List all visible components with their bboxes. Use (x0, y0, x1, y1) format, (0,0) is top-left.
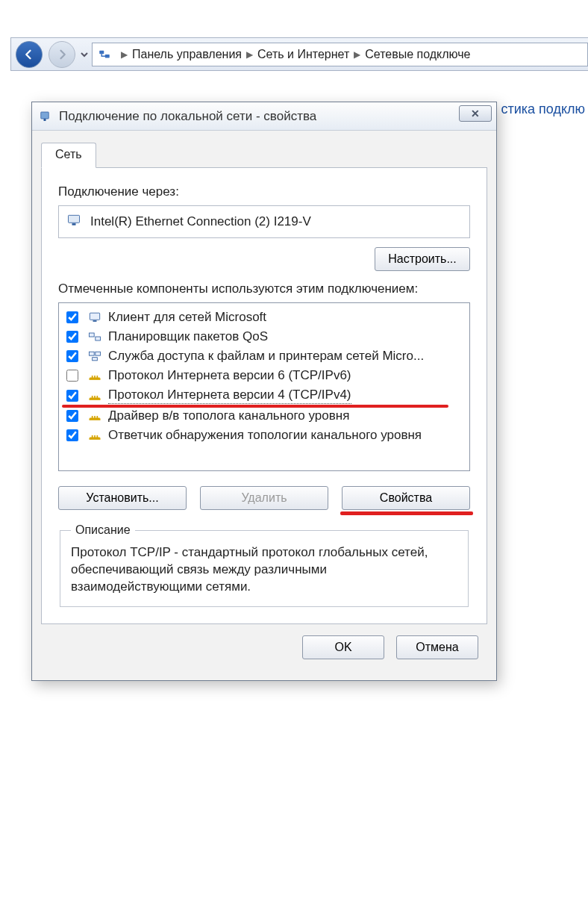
cancel-button[interactable]: Отмена (396, 635, 478, 659)
arrow-left-icon (22, 48, 36, 61)
component-row[interactable]: Служба доступа к файлам и принтерам сете… (62, 346, 466, 366)
svg-rect-3 (44, 119, 46, 121)
proto-icon (87, 428, 102, 443)
nav-back-button[interactable] (16, 41, 43, 68)
dialog-close-button[interactable]: ✕ (459, 105, 492, 122)
svg-rect-13 (90, 378, 101, 380)
ok-button[interactable]: OK (302, 635, 384, 659)
component-row[interactable]: Протокол Интернета версии 6 (TCP/IPv6) (62, 366, 466, 385)
dialog-title: Подключение по локальной сети - свойства (59, 109, 316, 124)
svg-rect-5 (72, 223, 76, 225)
network-adapter-icon (38, 110, 51, 123)
breadcrumb-item[interactable]: Сетевые подключе (365, 48, 470, 61)
description-legend: Описание (71, 523, 135, 537)
component-row[interactable]: Клиент для сетей Microsoft (62, 308, 466, 327)
component-row[interactable]: Протокол Интернета версии 4 (TCP/IPv4) (62, 385, 466, 406)
background-diagnostics-link[interactable]: стика подклю (492, 96, 588, 123)
components-list[interactable]: Клиент для сетей MicrosoftПланировщик па… (58, 302, 470, 471)
adapter-icon (66, 213, 81, 231)
svg-rect-2 (41, 112, 49, 119)
component-label: Планировщик пакетов QoS (108, 329, 268, 344)
dialog-body: Сеть Подключение через: Intel(R) Etherne… (32, 131, 496, 680)
svg-rect-8 (90, 333, 95, 337)
component-checkbox[interactable] (66, 370, 78, 382)
description-group: Описание Протокол TCP/IP - стандартный п… (60, 523, 469, 607)
svg-rect-14 (90, 398, 101, 400)
component-label: Протокол Интернета версии 4 (TCP/IPv4) (108, 388, 351, 404)
component-checkbox[interactable] (66, 410, 78, 422)
svg-rect-16 (90, 438, 101, 440)
component-checkbox[interactable] (66, 331, 78, 343)
highlight-underline (340, 511, 473, 515)
dialog-titlebar: Подключение по локальной сети - свойства… (32, 102, 496, 131)
remove-button[interactable]: Удалить (200, 486, 328, 510)
proto-icon (87, 368, 102, 383)
arrow-right-icon (55, 48, 69, 61)
chevron-right-icon: ▶ (246, 49, 253, 60)
explorer-toolbar: ▶ Панель управления ▶ Сеть и Интернет ▶ … (10, 37, 588, 71)
svg-rect-15 (90, 418, 101, 420)
install-button[interactable]: Установить... (58, 486, 187, 510)
component-label: Протокол Интернета версии 6 (TCP/IPv6) (108, 368, 351, 383)
svg-rect-4 (69, 215, 80, 223)
component-row[interactable]: Драйвер в/в тополога канального уровня (62, 406, 466, 426)
breadcrumb-item[interactable]: Панель управления (132, 48, 242, 61)
adapter-field[interactable]: Intel(R) Ethernet Connection (2) I219-V (58, 205, 470, 238)
client-icon (87, 310, 102, 325)
address-bar[interactable]: ▶ Панель управления ▶ Сеть и Интернет ▶ … (92, 43, 588, 66)
sched-icon (87, 329, 102, 344)
component-checkbox[interactable] (66, 311, 78, 323)
breadcrumb-item[interactable]: Сеть и Интернет (257, 48, 349, 61)
dialog-footer: OK Отмена (38, 625, 490, 671)
close-icon: ✕ (471, 108, 480, 119)
configure-button[interactable]: Настроить... (375, 247, 470, 271)
tab-row: Сеть (41, 143, 487, 168)
proto-icon (87, 388, 102, 403)
component-label: Клиент для сетей Microsoft (108, 310, 266, 325)
component-checkbox[interactable] (66, 390, 78, 402)
proto-icon (87, 408, 102, 423)
chevron-right-icon: ▶ (354, 49, 360, 60)
tab-network[interactable]: Сеть (41, 143, 96, 168)
connection-properties-dialog: Подключение по локальной сети - свойства… (31, 102, 497, 681)
svg-rect-6 (90, 313, 99, 320)
share-icon (87, 349, 102, 364)
svg-rect-0 (99, 50, 104, 54)
component-checkbox[interactable] (66, 429, 78, 441)
svg-rect-10 (90, 352, 95, 355)
component-row[interactable]: Ответчик обнаружения топологии канальног… (62, 426, 466, 445)
component-label: Ответчик обнаружения топологии канальног… (108, 428, 422, 443)
component-row[interactable]: Планировщик пакетов QoS (62, 327, 466, 346)
adapter-name: Intel(R) Ethernet Connection (2) I219-V (90, 214, 311, 229)
svg-rect-7 (93, 320, 97, 322)
component-checkbox[interactable] (66, 350, 78, 362)
chevron-right-icon: ▶ (121, 49, 128, 60)
tab-page-network: Подключение через: Intel(R) Ethernet Con… (41, 167, 487, 624)
nav-forward-button[interactable] (49, 41, 75, 68)
svg-rect-12 (93, 358, 98, 361)
properties-button[interactable]: Свойства (342, 486, 470, 510)
svg-rect-11 (96, 352, 101, 355)
connect-via-label: Подключение через: (58, 184, 470, 199)
description-text: Протокол TCP/IP - стандартный протокол г… (71, 544, 457, 596)
component-label: Служба доступа к файлам и принтерам сете… (108, 349, 424, 364)
nav-history-dropdown-icon[interactable] (80, 47, 89, 62)
network-location-icon (97, 47, 112, 62)
svg-rect-9 (96, 337, 101, 340)
component-label: Драйвер в/в тополога канального уровня (108, 408, 349, 423)
components-label: Отмеченные компоненты используются этим … (58, 281, 470, 296)
